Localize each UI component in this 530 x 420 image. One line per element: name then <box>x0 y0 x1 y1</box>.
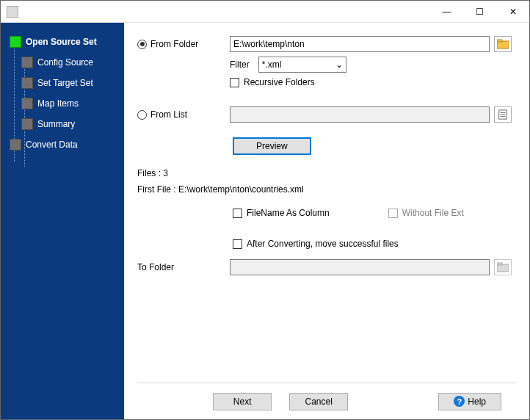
list-file-icon <box>497 109 509 120</box>
from-list-input[interactable] <box>230 106 490 123</box>
help-icon: ? <box>454 396 465 407</box>
step-label: Map Items <box>37 98 79 109</box>
step-box-icon <box>10 139 21 151</box>
browse-folder-button[interactable] <box>494 36 512 52</box>
folder-icon <box>497 262 509 272</box>
button-bar: Next Cancel ? Help <box>137 383 516 419</box>
to-folder-input <box>230 259 490 275</box>
wizard-step-set-target-set[interactable]: Set Target Set <box>1 73 124 93</box>
from-list-label: From List <box>150 109 187 120</box>
folder-icon <box>497 39 509 49</box>
filename-as-column-checkbox[interactable]: FileName As Column <box>233 208 330 218</box>
checkbox-icon <box>230 78 239 87</box>
step-label: Summary <box>37 119 75 129</box>
close-button[interactable]: ✕ <box>496 1 529 23</box>
step-box-icon <box>21 98 33 109</box>
checkbox-icon <box>388 209 398 218</box>
from-list-radio[interactable]: From List <box>137 109 225 120</box>
radio-icon <box>137 110 147 120</box>
recursive-label: Recursive Folders <box>244 77 315 87</box>
from-folder-label: From Folder <box>150 39 198 49</box>
filename-col-label: FileName As Column <box>247 208 330 218</box>
wizard-step-convert-data[interactable]: Convert Data <box>1 134 124 155</box>
svg-rect-1 <box>497 40 502 42</box>
filter-combo[interactable]: *.xml ⌄ <box>258 57 346 73</box>
after-converting-checkbox[interactable]: After Converting, move successful files <box>137 239 516 249</box>
recursive-checkbox-row[interactable]: Recursive Folders <box>230 77 490 87</box>
filter-value: *.xml <box>262 59 282 70</box>
next-button[interactable]: Next <box>213 393 272 410</box>
help-button[interactable]: ? Help <box>438 393 501 410</box>
first-file-text: First File : E:\work\temp\nton\countries… <box>137 184 516 195</box>
radio-icon <box>137 40 147 49</box>
from-folder-input[interactable] <box>230 36 490 52</box>
without-file-ext-checkbox: Without File Ext <box>388 208 464 218</box>
checkbox-icon <box>233 209 242 218</box>
step-box-icon <box>10 36 21 48</box>
svg-rect-7 <box>497 263 502 265</box>
cancel-button[interactable]: Cancel <box>289 393 348 410</box>
preview-button[interactable]: Preview <box>233 137 311 155</box>
step-label: Set Target Set <box>37 78 93 88</box>
to-folder-label: To Folder <box>137 262 225 272</box>
step-box-icon <box>21 57 33 68</box>
without-ext-label: Without File Ext <box>402 208 464 218</box>
wizard-step-open-source-set[interactable]: Open Source Set <box>1 32 124 52</box>
wizard-sidebar: Open Source SetConfig SourceSet Target S… <box>1 23 124 419</box>
step-label: Convert Data <box>26 140 78 150</box>
from-folder-radio[interactable]: From Folder <box>137 39 225 49</box>
browse-list-button[interactable] <box>494 106 512 123</box>
filter-label: Filter <box>230 59 250 70</box>
maximize-button[interactable]: ☐ <box>463 1 496 23</box>
checkbox-icon <box>233 239 242 249</box>
app-icon <box>7 6 18 18</box>
wizard-step-summary[interactable]: Summary <box>1 114 124 134</box>
main-panel: From Folder Filter *.xml ⌄ Recursive Fol… <box>124 23 529 419</box>
after-conv-label: After Converting, move successful files <box>247 239 399 249</box>
step-label: Open Source Set <box>26 37 97 47</box>
wizard-step-config-source[interactable]: Config Source <box>1 52 124 73</box>
step-box-icon <box>21 118 33 130</box>
titlebar: — ☐ ✕ <box>1 1 529 23</box>
step-label: Config Source <box>37 57 93 68</box>
minimize-button[interactable]: — <box>430 1 463 23</box>
step-box-icon <box>21 77 33 89</box>
browse-to-folder-button <box>494 259 512 275</box>
wizard-step-map-items[interactable]: Map Items <box>1 93 124 114</box>
files-count-text: Files : 3 <box>137 168 516 178</box>
chevron-down-icon: ⌄ <box>333 57 346 72</box>
